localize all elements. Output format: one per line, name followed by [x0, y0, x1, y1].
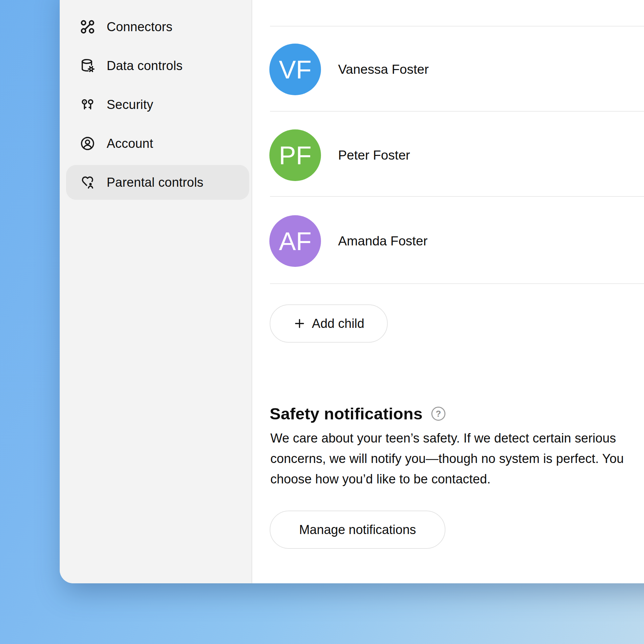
- safety-description-line: We care about your teen’s safety. If we …: [270, 428, 624, 449]
- section-title: Safety notifications: [270, 404, 423, 423]
- account-icon: [80, 136, 95, 151]
- security-icon: [80, 97, 95, 112]
- sidebar-item-label: Security: [107, 98, 153, 112]
- data-controls-icon: [80, 58, 95, 73]
- connectors-icon: [80, 19, 95, 35]
- sidebar-item-label: Parental controls: [107, 175, 204, 190]
- safety-description-line: choose how you’d like to be contacted.: [270, 469, 624, 489]
- help-icon[interactable]: ?: [431, 407, 445, 421]
- sidebar-item-security[interactable]: Security: [66, 87, 249, 122]
- sidebar-item-data-controls[interactable]: Data controls: [66, 48, 249, 83]
- child-row-peter[interactable]: PF Peter Foster: [269, 129, 644, 181]
- divider: [270, 111, 644, 112]
- safety-description: We care about your teen’s safety. If we …: [270, 428, 624, 489]
- parental-controls-icon: [80, 175, 95, 190]
- settings-modal: Connectors Data controls: [60, 0, 644, 583]
- divider: [270, 26, 644, 26]
- section-header: Safety notifications ?: [270, 404, 445, 423]
- divider: [270, 283, 644, 284]
- sidebar-item-account[interactable]: Account: [66, 126, 249, 161]
- add-child-label: Add child: [312, 316, 364, 331]
- safety-description-line: concerns, we will notify you—though no s…: [270, 449, 624, 469]
- divider: [270, 196, 644, 197]
- child-row-amanda[interactable]: AF Amanda Foster: [269, 215, 644, 267]
- sidebar-item-parental-controls[interactable]: Parental controls: [66, 165, 249, 200]
- sidebar-item-label: Account: [107, 136, 153, 151]
- sidebar-item-label: Connectors: [107, 20, 172, 34]
- parental-controls-panel: VF Vanessa Foster PF Peter Foster AF Ama…: [252, 0, 644, 583]
- child-name: Vanessa Foster: [338, 62, 429, 77]
- avatar: AF: [269, 215, 321, 267]
- child-name: Peter Foster: [338, 148, 410, 163]
- child-row-vanessa[interactable]: VF Vanessa Foster: [269, 44, 644, 95]
- plus-icon: [293, 317, 306, 330]
- manage-notifications-label: Manage notifications: [299, 523, 416, 537]
- avatar: PF: [269, 129, 321, 181]
- settings-sidebar: Connectors Data controls: [60, 0, 252, 583]
- add-child-button[interactable]: Add child: [270, 304, 388, 343]
- avatar: VF: [269, 44, 321, 95]
- manage-notifications-button[interactable]: Manage notifications: [270, 511, 445, 549]
- sidebar-item-connectors[interactable]: Connectors: [66, 9, 249, 44]
- sidebar-item-label: Data controls: [107, 59, 182, 73]
- child-name: Amanda Foster: [338, 234, 428, 248]
